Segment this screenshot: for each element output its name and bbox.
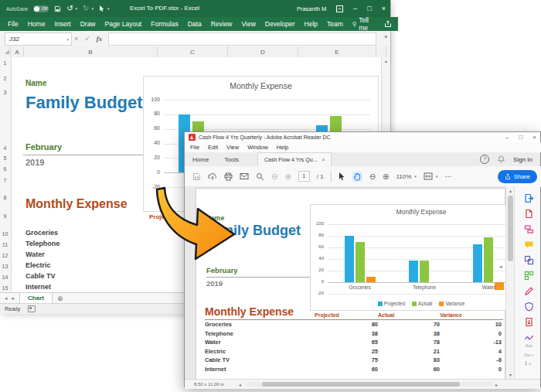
row-header-11[interactable]: 11: [0, 242, 10, 247]
scroll-up-icon[interactable]: ▴: [382, 57, 390, 65]
formula-bar-expand-icon[interactable]: ▾: [384, 34, 387, 40]
comment-icon[interactable]: [523, 239, 534, 250]
organize-pages-icon[interactable]: [523, 270, 534, 281]
ribbon-tab-review[interactable]: Review: [211, 20, 233, 28]
confirm-entry-icon[interactable]: ✓: [84, 35, 90, 43]
zoom-dropdown-icon[interactable]: ▾: [414, 174, 417, 179]
column-header-E[interactable]: E: [298, 46, 376, 57]
formula-input[interactable]: [108, 32, 376, 46]
sheet-nav-right-icon[interactable]: ▸: [12, 295, 15, 302]
fill-and-sign-icon[interactable]: [523, 285, 534, 296]
insert-function-icon[interactable]: fx: [97, 35, 103, 43]
autosave-toggle[interactable]: Off: [33, 5, 49, 12]
excel-maximize-button[interactable]: □: [367, 5, 371, 12]
row-header-9[interactable]: 9: [0, 213, 10, 219]
help-icon[interactable]: ?: [480, 155, 489, 164]
select-all-corner[interactable]: ◢: [0, 46, 11, 57]
hscroll-right-icon[interactable]: ▸: [495, 382, 498, 387]
ribbon-tab-developer[interactable]: Developer: [265, 20, 295, 28]
menu-view[interactable]: View: [226, 144, 239, 151]
row-header-10[interactable]: 10: [0, 231, 10, 237]
create-pdf-icon[interactable]: [523, 208, 534, 219]
share-button[interactable]: Share: [498, 170, 537, 183]
ribbon-tab-insert[interactable]: Insert: [54, 20, 70, 28]
menu-file[interactable]: File: [190, 144, 199, 151]
horizontal-scrollbar-thumb[interactable]: [262, 382, 460, 387]
excel-share-icon[interactable]: [384, 20, 392, 28]
menu-window[interactable]: Window: [247, 144, 268, 151]
protect-icon[interactable]: [523, 301, 534, 312]
column-header-B[interactable]: B: [24, 46, 158, 57]
hscroll-left-icon[interactable]: ◂: [239, 382, 241, 387]
row-header-14[interactable]: 14: [0, 274, 10, 280]
more-tools-icon[interactable]: ⋯: [444, 172, 452, 180]
acrobat-close-button[interactable]: ×: [532, 134, 536, 141]
panel-collapse-icon[interactable]: ◂: [499, 264, 502, 270]
sign-icon[interactable]: [523, 332, 534, 343]
ribbon-tab-view[interactable]: View: [242, 20, 256, 28]
row-header-1[interactable]: 1: [0, 60, 10, 66]
tab-document[interactable]: Cash Flow 4 Yrs Qu... ×: [257, 152, 332, 166]
hand-tool-icon[interactable]: [352, 172, 362, 182]
row-header-7[interactable]: 7: [0, 178, 10, 183]
zoom-out-icon[interactable]: ⊖: [369, 172, 376, 181]
acrobat-minimize-button[interactable]: –: [505, 134, 509, 141]
panel-truncated-label[interactable]: Go t: [515, 353, 540, 357]
ribbon-tab-formulas[interactable]: Formulas: [151, 20, 178, 28]
row-header-4[interactable]: 4: [0, 145, 10, 151]
ribbon-tab-data[interactable]: Data: [188, 20, 202, 28]
row-header-6[interactable]: 6: [0, 166, 10, 172]
page-number-input[interactable]: 1: [298, 171, 310, 182]
compress-pdf-icon[interactable]: [523, 316, 534, 327]
undo-icon[interactable]: ↺: [66, 5, 73, 12]
undo-dropdown-icon[interactable]: ▾: [76, 6, 78, 11]
ribbon-tab-draw[interactable]: Draw: [80, 20, 96, 28]
cancel-entry-icon[interactable]: ×: [74, 35, 78, 43]
tab-home[interactable]: Home: [185, 156, 216, 163]
name-box[interactable]: J32▾: [5, 32, 72, 46]
ribbon-tab-file[interactable]: File: [8, 20, 19, 28]
excel-minimize-button[interactable]: –: [353, 5, 357, 12]
zoom-in-icon[interactable]: ⊕: [383, 172, 389, 181]
sign-in-button[interactable]: Sign In: [513, 156, 532, 163]
page-fit-icon[interactable]: [424, 172, 433, 180]
ribbon-tab-home[interactable]: Home: [28, 20, 46, 28]
goto-icon[interactable]: |→: [515, 360, 540, 366]
row-header-3[interactable]: 3: [0, 90, 10, 95]
row-header-8[interactable]: 8: [0, 195, 10, 200]
notification-bell-icon[interactable]: [498, 155, 505, 163]
select-tool-icon[interactable]: [339, 172, 345, 181]
sheet-nav-left-icon[interactable]: ◂: [5, 295, 8, 302]
name-box-dropdown-icon[interactable]: ▾: [66, 37, 71, 42]
tab-close-icon[interactable]: ×: [322, 157, 325, 162]
redo-icon[interactable]: ↻: [83, 5, 89, 12]
ribbon-tab-team[interactable]: Team: [327, 20, 343, 28]
combine-files-icon[interactable]: [523, 254, 534, 265]
menu-edit[interactable]: Edit: [208, 144, 218, 151]
row-header-13[interactable]: 13: [0, 264, 10, 269]
row-header-2[interactable]: 2: [0, 76, 10, 81]
edit-pdf-icon[interactable]: [523, 223, 534, 234]
panel-truncated-label[interactable]: Act: [515, 343, 540, 348]
column-header-C[interactable]: C: [158, 46, 228, 57]
scrollbar-thumb[interactable]: [508, 196, 513, 261]
ribbon-tab-page-layout[interactable]: Page Layout: [105, 20, 142, 28]
add-sheet-icon[interactable]: ⊕: [57, 295, 63, 302]
ribbon-tab-help[interactable]: Help: [305, 20, 318, 28]
tell-me-box[interactable]: Tell me: [352, 16, 375, 32]
macro-record-icon[interactable]: [28, 305, 36, 312]
column-header-A[interactable]: A: [11, 46, 24, 57]
excel-close-button[interactable]: ×: [382, 5, 386, 12]
acrobat-maximize-button[interactable]: □: [519, 134, 522, 141]
row-header-5[interactable]: 5: [0, 155, 10, 161]
row-header-15[interactable]: 15: [0, 285, 10, 291]
tab-tools[interactable]: Tools: [216, 156, 247, 163]
column-header-D[interactable]: D: [228, 46, 298, 57]
search-icon[interactable]: [256, 172, 264, 181]
menu-help[interactable]: Help: [277, 144, 288, 151]
next-page-icon[interactable]: ⊕: [284, 172, 291, 181]
ribbon-display-options-icon[interactable]: [336, 5, 343, 12]
page-fit-dropdown-icon[interactable]: ▾: [436, 174, 438, 179]
zoom-level-value[interactable]: 110%: [396, 173, 411, 180]
save-icon[interactable]: [54, 5, 61, 12]
